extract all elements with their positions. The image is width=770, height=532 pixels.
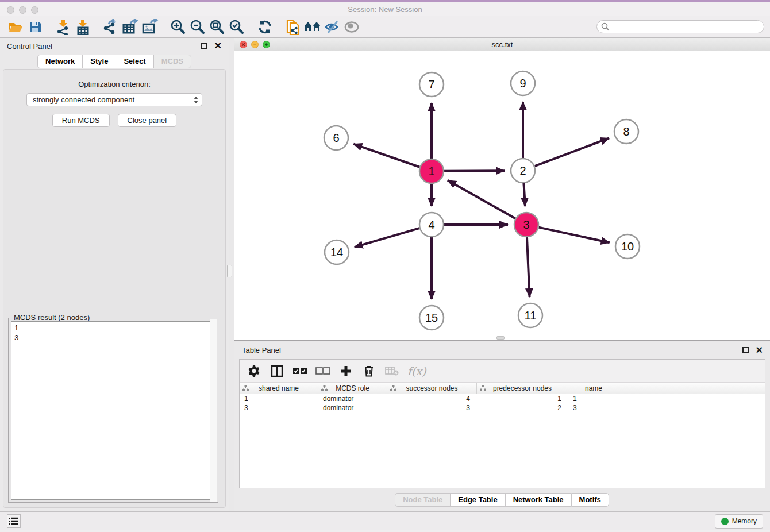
import-network-icon[interactable] <box>53 18 73 36</box>
table-body[interactable]: 1dominator4113dominator323 <box>240 394 765 488</box>
graph-edge-3-11[interactable] <box>527 237 530 297</box>
hide-panels-icon[interactable] <box>322 18 342 36</box>
table-cell[interactable]: dominator <box>318 403 387 413</box>
graph-node-label: 6 <box>333 132 339 144</box>
tab-network[interactable]: Network <box>37 55 82 68</box>
network-window-title: scc.txt <box>234 40 770 49</box>
function-builder-icon[interactable]: f(x) <box>407 364 426 379</box>
close-panel-button[interactable]: Close panel <box>118 114 177 127</box>
table-cell[interactable]: 3 <box>568 403 619 413</box>
tab-network-table[interactable]: Network Table <box>505 493 571 507</box>
close-table-panel-icon[interactable]: ✕ <box>756 345 763 356</box>
show-eye-icon[interactable] <box>342 18 361 36</box>
result-scrollbar[interactable] <box>210 319 217 502</box>
hierarchy-icon <box>480 385 486 393</box>
home-layout-icon[interactable] <box>303 18 322 36</box>
column-header-shared-name[interactable]: shared name <box>240 383 318 394</box>
panel-splitter-handle[interactable] <box>227 265 232 277</box>
table-cell[interactable]: 1 <box>568 394 619 403</box>
node-table: f(x) shared name MCDS role successor nod… <box>239 359 765 488</box>
save-session-icon[interactable] <box>25 18 45 36</box>
graph-node-label: 4 <box>428 218 434 231</box>
graph-edge-2-3[interactable] <box>523 183 525 206</box>
export-network-icon[interactable] <box>101 18 121 36</box>
column-header-predecessor-nodes[interactable]: predecessor nodes <box>477 383 568 394</box>
network-view-window: ✕ − + scc.txt 7968124314101511 <box>234 38 770 341</box>
tab-style[interactable]: Style <box>82 55 116 68</box>
main-area: Control Panel ✕ Network Style Select MCD… <box>0 38 770 511</box>
search-icon <box>601 22 610 33</box>
window-title: Session: New Session <box>0 5 770 14</box>
column-header-mcds-role[interactable]: MCDS role <box>318 383 387 394</box>
add-column-icon[interactable] <box>338 364 353 379</box>
float-table-panel-icon[interactable] <box>742 347 749 353</box>
toolbar-separator <box>251 18 251 36</box>
network-canvas[interactable]: 7968124314101511 <box>234 51 770 340</box>
table-tabs: Node Table Edge Table Network Table Moti… <box>234 493 770 507</box>
column-header-name[interactable]: name <box>568 383 619 394</box>
table-cell[interactable]: dominator <box>318 394 387 403</box>
network-hscrollbar[interactable] <box>234 336 770 340</box>
zoom-fit-icon[interactable] <box>207 18 227 36</box>
memory-button[interactable]: Memory <box>715 514 763 529</box>
search-field[interactable] <box>596 20 764 33</box>
clone-network-icon[interactable] <box>283 18 303 36</box>
task-history-button[interactable] <box>7 514 21 528</box>
table-cell[interactable]: 4 <box>387 394 477 403</box>
tab-node-table[interactable]: Node Table <box>395 493 450 507</box>
tab-select[interactable]: Select <box>116 55 153 68</box>
table-row-1[interactable]: 3dominator323 <box>240 403 765 413</box>
right-column: ✕ − + scc.txt 7968124314101511 <box>229 38 770 511</box>
run-mcds-button[interactable]: Run MCDS <box>52 114 110 127</box>
delete-table-icon[interactable] <box>384 364 399 379</box>
import-table-icon[interactable] <box>73 18 93 36</box>
export-table-icon[interactable] <box>121 18 140 36</box>
select-all-columns-icon[interactable] <box>292 364 307 379</box>
main-toolbar <box>0 16 770 38</box>
split-view-icon[interactable] <box>270 364 284 379</box>
table-toolbar: f(x) <box>240 360 765 383</box>
table-cell[interactable]: 2 <box>477 403 568 413</box>
select-stepper-icon <box>194 97 198 103</box>
optimization-criterion-label: Optimization criterion: <box>3 80 225 88</box>
table-cell[interactable]: 1 <box>477 394 568 403</box>
float-panel-icon[interactable] <box>201 43 207 49</box>
control-panel-title: Control Panel <box>7 42 52 51</box>
table-cell[interactable]: 3 <box>240 403 318 413</box>
open-folder-icon[interactable] <box>6 18 25 36</box>
table-cell[interactable]: 1 <box>240 394 318 403</box>
settings-gear-icon[interactable] <box>247 364 261 379</box>
search-input[interactable] <box>596 20 764 33</box>
graph-edge-4-14[interactable] <box>355 228 419 247</box>
graph-edge-3-10[interactable] <box>539 228 610 243</box>
zoom-out-icon[interactable] <box>188 18 207 36</box>
memory-label: Memory <box>732 517 757 525</box>
hierarchy-icon <box>321 385 328 393</box>
graph-node-label: 3 <box>523 218 529 231</box>
column-header-successor-nodes[interactable]: successor nodes <box>387 383 477 394</box>
table-row-0[interactable]: 1dominator411 <box>240 394 765 403</box>
unselect-all-columns-icon[interactable] <box>315 364 330 379</box>
refresh-view-icon[interactable] <box>255 18 275 36</box>
table-cell[interactable]: 3 <box>387 403 477 413</box>
export-image-icon[interactable] <box>140 18 160 36</box>
zoom-in-icon[interactable] <box>168 18 188 36</box>
criterion-select[interactable]: strongly connected component <box>26 93 202 106</box>
graph-edge-2-8[interactable] <box>535 138 609 166</box>
tab-mcds[interactable]: MCDS <box>153 55 191 68</box>
graph-edge-1-6[interactable] <box>353 144 419 167</box>
zoom-selected-icon[interactable] <box>227 18 247 36</box>
table-header-row[interactable]: shared name MCDS role successor nodes pr… <box>240 383 765 394</box>
network-window-titlebar[interactable]: ✕ − + scc.txt <box>234 38 770 51</box>
delete-column-icon[interactable] <box>361 364 376 379</box>
graph-edge-3-1[interactable] <box>448 180 515 218</box>
mcds-result-text[interactable]: 1 3 <box>11 321 215 500</box>
control-panel: Control Panel ✕ Network Style Select MCD… <box>0 38 229 511</box>
tab-motifs[interactable]: Motifs <box>571 493 609 507</box>
toolbar-separator <box>279 18 279 36</box>
close-panel-icon[interactable]: ✕ <box>214 41 222 51</box>
graph-edge-1-2[interactable] <box>444 171 505 171</box>
app-title-bar: Session: New Session <box>0 0 770 16</box>
list-icon <box>9 517 18 525</box>
tab-edge-table[interactable]: Edge Table <box>450 493 505 507</box>
